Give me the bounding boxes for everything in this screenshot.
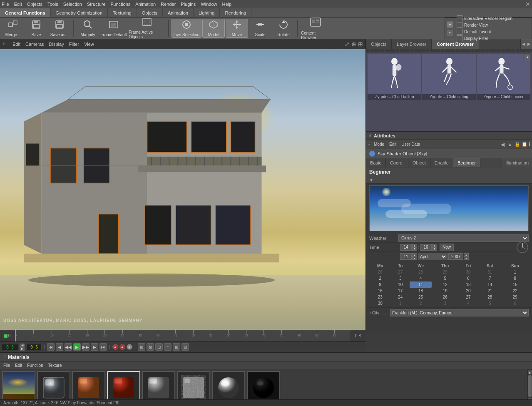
transport-extra2[interactable]: ⊠ xyxy=(147,343,154,351)
cal-cell-13[interactable]: 13 xyxy=(458,281,478,288)
timeline-playhead[interactable] xyxy=(15,330,16,341)
rotate-button[interactable]: Rotate xyxy=(272,19,295,38)
cal-cell-30[interactable]: 30 xyxy=(458,269,478,275)
cal-cell-18[interactable]: 18 xyxy=(410,288,432,294)
tab-objects[interactable]: Objects xyxy=(137,8,163,17)
transport-extra5[interactable]: ⊞ xyxy=(173,343,180,351)
tab-layer-browser[interactable]: Layer Browser xyxy=(392,39,432,49)
time-min-input[interactable] xyxy=(420,244,432,251)
menu-plugins[interactable]: Plugins xyxy=(181,2,196,7)
attr-tab-beginner[interactable]: Beginner xyxy=(453,158,480,167)
transport-extra3[interactable]: ⊡ xyxy=(155,343,163,351)
cal-cell-29[interactable]: 29 xyxy=(502,294,529,300)
frame-step-fwd[interactable]: ▶ xyxy=(20,347,25,351)
beginner-collapse-arrow[interactable]: ▼ xyxy=(366,177,532,184)
mat-scroll-up[interactable]: ▲ xyxy=(528,370,532,374)
tab-texturing[interactable]: Texturing xyxy=(108,8,137,17)
record3-btn[interactable]: ● xyxy=(127,344,132,350)
day-up[interactable]: ▲ xyxy=(412,253,417,257)
cal-cell-28[interactable]: 28 xyxy=(478,294,502,300)
move-button[interactable]: Move xyxy=(226,19,248,38)
cal-cell-11[interactable]: 11 xyxy=(410,281,432,288)
viewport-expand-icon[interactable]: ⊞ xyxy=(358,41,363,47)
tab-lighting[interactable]: Lighting xyxy=(194,8,220,17)
cal-cell-15[interactable]: 15 xyxy=(502,281,529,288)
tab-rendering[interactable]: Rendering xyxy=(220,8,251,17)
attr-mode-btn[interactable]: Mode xyxy=(372,142,386,147)
materials-menu-function[interactable]: Function xyxy=(27,363,43,368)
cal-cell-14[interactable]: 14 xyxy=(478,281,502,288)
cal-cell-4[interactable]: 4 xyxy=(410,275,432,281)
move-viewport-icon[interactable]: ⤢ xyxy=(345,41,350,47)
play-forward-btn[interactable]: ▶▶ xyxy=(82,343,89,351)
attr-tab-enable[interactable]: Enable xyxy=(430,158,453,167)
record-btn[interactable]: ● xyxy=(112,344,118,350)
cal-cell-27[interactable]: 27 xyxy=(391,269,410,275)
menu-file[interactable]: File xyxy=(2,2,9,7)
now-button[interactable]: Now xyxy=(440,244,454,251)
cal-cell-6[interactable]: 6 xyxy=(502,300,529,306)
play-reverse-btn[interactable]: ◀◀ xyxy=(65,343,72,351)
tab-objects[interactable]: Objects xyxy=(366,39,392,49)
close-icon[interactable]: ✕ xyxy=(525,1,530,7)
mat-scroll-thumb[interactable] xyxy=(528,375,532,397)
menu-structure[interactable]: Structure xyxy=(87,2,106,7)
cal-cell-16[interactable]: 16 xyxy=(369,288,391,294)
menu-window[interactable]: Window xyxy=(201,2,217,7)
save-as-button[interactable]: + Save as... xyxy=(48,19,71,38)
materials-menu-edit[interactable]: Edit xyxy=(15,363,22,368)
navigate-icon[interactable]: ⊕ xyxy=(351,41,356,47)
menu-edit[interactable]: Edit xyxy=(14,2,22,7)
menu-objects[interactable]: Objects xyxy=(27,2,42,7)
cal-cell-19[interactable]: 19 xyxy=(432,288,458,294)
tab-geometry-optimization[interactable]: Geometry Optimization xyxy=(51,8,108,17)
min-up[interactable]: ▲ xyxy=(432,244,437,247)
attr-illumination-tab[interactable]: Illumination xyxy=(502,158,532,167)
cal-cell-27[interactable]: 27 xyxy=(458,294,478,300)
display-filter-button[interactable]: Display Filter xyxy=(457,35,530,41)
tab-animation[interactable]: Animation xyxy=(163,8,194,17)
play-btn[interactable]: ▶ xyxy=(73,343,81,351)
viewport-menu-view[interactable]: View xyxy=(84,42,94,47)
min-dn[interactable]: ▼ xyxy=(432,247,437,251)
menu-tools[interactable]: Tools xyxy=(47,2,58,7)
attr-tab-object[interactable]: Object xyxy=(408,158,430,167)
model-button[interactable]: Model xyxy=(202,19,225,38)
menu-render[interactable]: Render xyxy=(161,2,176,7)
content-scroll-up[interactable]: ▲ xyxy=(525,54,530,60)
day-dn[interactable]: ▼ xyxy=(412,257,417,260)
content-browser-button[interactable]: Content Browser xyxy=(301,19,331,38)
live-selection-button[interactable]: Live Selection xyxy=(172,19,201,38)
merge-button[interactable]: Merge... xyxy=(2,19,24,38)
attr-arrow-up[interactable]: ▲ xyxy=(507,142,512,147)
cal-cell-2[interactable]: 2 xyxy=(410,300,432,306)
hour-up[interactable]: ▲ xyxy=(412,244,417,247)
transport-extra1[interactable]: ⊞ xyxy=(138,343,145,351)
render-view-button[interactable]: Render View xyxy=(457,22,530,28)
go-to-start-btn[interactable]: ⏮ xyxy=(47,343,55,351)
cal-cell-26[interactable]: 26 xyxy=(432,294,458,300)
viewport-menu-display[interactable]: Display xyxy=(49,42,64,47)
cal-cell-29[interactable]: 29 xyxy=(432,269,458,275)
transport-extra4[interactable]: ≡ xyxy=(164,343,172,351)
attr-lock-icon[interactable]: 🔒 xyxy=(515,142,520,147)
month-select[interactable]: April JanuaryFebruaryMarch MayJuneJuly A… xyxy=(418,253,447,260)
cal-cell-23[interactable]: 23 xyxy=(369,294,391,300)
cal-cell-4[interactable]: 4 xyxy=(458,300,478,306)
cal-cell-5[interactable]: 5 xyxy=(432,275,458,281)
viewport[interactable]: ⠿ Edit Cameras Display Filter View ⤢ ⊕ ⊞ xyxy=(0,39,365,331)
cal-cell-3[interactable]: 3 xyxy=(391,275,410,281)
frame-step-back[interactable]: ◀ xyxy=(20,344,25,347)
time-hour-input[interactable] xyxy=(400,244,412,251)
attr-userdata-btn[interactable]: User Data xyxy=(400,142,422,147)
cal-cell-24[interactable]: 24 xyxy=(391,294,410,300)
cal-cell-2[interactable]: 2 xyxy=(369,275,391,281)
scale-button[interactable]: Scale xyxy=(249,19,271,38)
tab-general-functions[interactable]: General Functions xyxy=(0,8,51,17)
cal-cell-6[interactable]: 6 xyxy=(458,275,478,281)
menu-help[interactable]: Help xyxy=(222,2,232,7)
materials-scrollbar[interactable]: ▲ ▼ xyxy=(527,369,532,403)
viewport-menu-edit[interactable]: Edit xyxy=(12,42,20,47)
date-day-input[interactable] xyxy=(400,253,412,260)
next-frame-btn[interactable]: ▶ xyxy=(91,343,98,351)
